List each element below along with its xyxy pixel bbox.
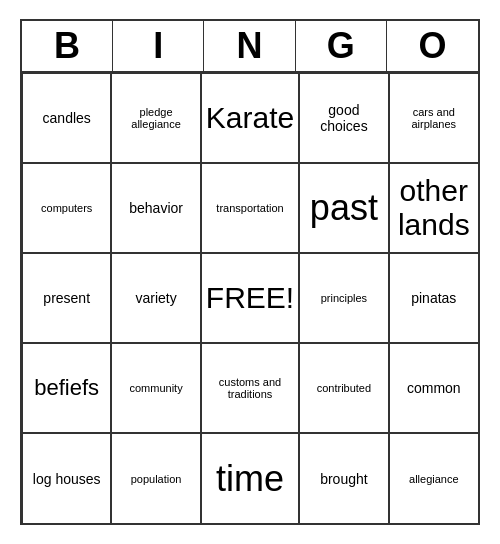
cell-text: behavior	[129, 200, 183, 216]
bingo-cell: candles	[22, 73, 111, 163]
bingo-cell: other lands	[389, 163, 478, 253]
cell-text: FREE!	[206, 281, 294, 315]
header-letter: N	[204, 21, 295, 71]
cell-text: contributed	[317, 382, 371, 394]
cell-text: pinatas	[411, 290, 456, 306]
bingo-cell: FREE!	[201, 253, 299, 343]
bingo-cell: cars and airplanes	[389, 73, 478, 163]
cell-text: allegiance	[409, 473, 459, 485]
cell-text: transportation	[216, 202, 283, 214]
cell-text: present	[43, 290, 90, 306]
bingo-cell: present	[22, 253, 111, 343]
cell-text: community	[130, 382, 183, 394]
bingo-cell: past	[299, 163, 388, 253]
bingo-cell: allegiance	[389, 433, 478, 523]
cell-text: population	[131, 473, 182, 485]
bingo-cell: pledge allegiance	[111, 73, 200, 163]
header-letter: B	[22, 21, 113, 71]
bingo-cell: log houses	[22, 433, 111, 523]
cell-text: brought	[320, 471, 367, 487]
header-letter: G	[296, 21, 387, 71]
bingo-cell: contributed	[299, 343, 388, 433]
bingo-cell: community	[111, 343, 200, 433]
cell-text: pledge allegiance	[116, 106, 195, 130]
bingo-cell: variety	[111, 253, 200, 343]
cell-text: cars and airplanes	[394, 106, 474, 130]
cell-text: computers	[41, 202, 92, 214]
cell-text: variety	[135, 290, 176, 306]
cell-text: log houses	[33, 471, 101, 487]
bingo-cell: principles	[299, 253, 388, 343]
bingo-cell: pinatas	[389, 253, 478, 343]
cell-text: customs and traditions	[206, 376, 294, 400]
cell-text: past	[310, 187, 378, 229]
cell-text: principles	[321, 292, 367, 304]
bingo-cell: customs and traditions	[201, 343, 299, 433]
header-letter: I	[113, 21, 204, 71]
bingo-cell: good choices	[299, 73, 388, 163]
bingo-cell: population	[111, 433, 200, 523]
bingo-card: BINGO candlespledge allegianceKarategood…	[20, 19, 480, 525]
cell-text: common	[407, 380, 461, 396]
bingo-cell: brought	[299, 433, 388, 523]
bingo-cell: computers	[22, 163, 111, 253]
header-letter: O	[387, 21, 478, 71]
bingo-cell: time	[201, 433, 299, 523]
cell-text: befiefs	[34, 375, 99, 401]
bingo-header: BINGO	[22, 21, 478, 73]
cell-text: good choices	[304, 102, 383, 134]
bingo-cell: transportation	[201, 163, 299, 253]
cell-text: other lands	[394, 174, 474, 242]
bingo-cell: Karate	[201, 73, 299, 163]
cell-text: Karate	[206, 101, 294, 135]
bingo-cell: common	[389, 343, 478, 433]
cell-text: candles	[43, 110, 91, 126]
bingo-cell: behavior	[111, 163, 200, 253]
cell-text: time	[216, 458, 284, 500]
bingo-grid: candlespledge allegianceKarategood choic…	[22, 73, 478, 523]
bingo-cell: befiefs	[22, 343, 111, 433]
